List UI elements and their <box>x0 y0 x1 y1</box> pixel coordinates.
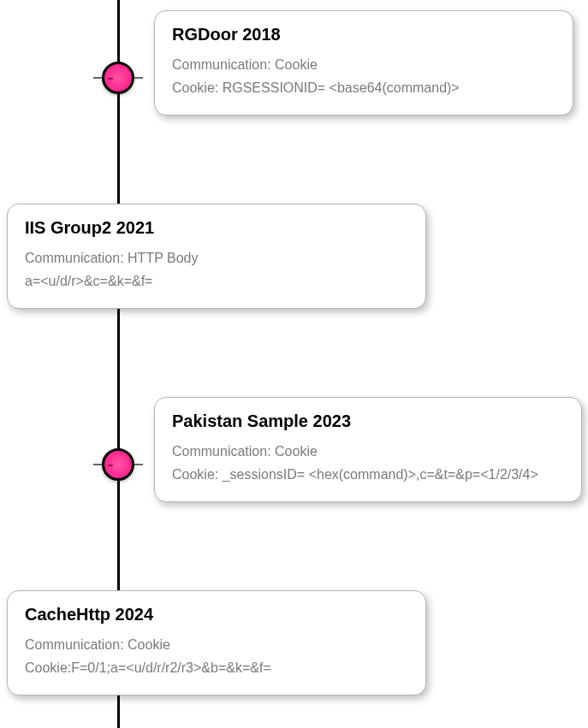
card-comm: Communication: Cookie <box>25 633 408 656</box>
card-comm: Communication: Cookie <box>172 440 564 463</box>
timeline-card-pakistan: Pakistan Sample 2023 Communication: Cook… <box>154 397 582 502</box>
card-title: IIS Group2 2021 <box>25 218 408 238</box>
card-title: CacheHttp 2024 <box>25 605 408 624</box>
timeline-node-rgdoor: ••• <box>102 62 134 94</box>
card-title: RGDoor 2018 <box>172 25 555 44</box>
card-detail: a=<u/d/r>&c=&k=&f= <box>25 269 408 293</box>
card-detail: Cookie: _sessionsID= <hex(command)>,c=&t… <box>172 463 564 486</box>
timeline-card-rgdoor: RGDoor 2018 Communication: Cookie Cookie… <box>154 10 573 115</box>
card-comm: Communication: HTTP Body <box>25 246 408 269</box>
card-title: Pakistan Sample 2023 <box>172 411 564 431</box>
timeline-node-pakistan: ••• <box>102 448 134 481</box>
timeline-card-cachehttp: CacheHttp 2024 Communication: Cookie Coo… <box>7 590 426 695</box>
card-detail: Cookie:F=0/1;a=<u/d/r/r2/r3>&b=&k=&f= <box>25 656 408 679</box>
timeline-card-iisgroup2: IIS Group2 2021 Communication: HTTP Body… <box>7 204 426 309</box>
card-detail: Cookie: RGSESSIONID= <base64(command)> <box>172 76 555 99</box>
card-comm: Communication: Cookie <box>172 53 555 76</box>
